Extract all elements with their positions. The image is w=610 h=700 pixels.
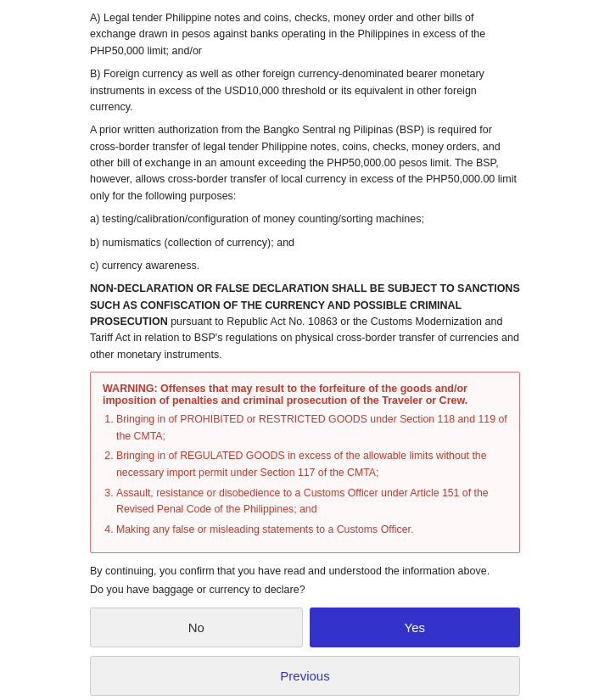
- question-text: Do you have baggage or currency to decla…: [90, 584, 520, 596]
- para-b: B) Foreign currency as well as other for…: [90, 66, 520, 115]
- previous-button[interactable]: Previous: [90, 656, 520, 696]
- warning-item-2: Bringing in of REGULATED GOODS in excess…: [116, 448, 507, 481]
- para-bsp: A prior written authorization from the B…: [90, 122, 520, 204]
- confirm-text: By continuing, you confirm that you have…: [90, 565, 520, 577]
- yes-button[interactable]: Yes: [310, 608, 521, 647]
- yes-no-row: No Yes: [90, 608, 520, 647]
- para-c-aware: c) currency awareness.: [90, 258, 520, 274]
- warning-title: WARNING: Offenses that may result to the…: [103, 383, 507, 406]
- warning-list: Bringing in of PROHIBITED or RESTRICTED …: [116, 412, 507, 539]
- warning-box: WARNING: Offenses that may result to the…: [90, 372, 520, 553]
- bold-warning-para: NON-DECLARATION OR FALSE DECLARATION SHA…: [90, 281, 520, 363]
- main-content: A) Legal tender Philippine notes and coi…: [0, 0, 610, 696]
- warning-item-1: Bringing in of PROHIBITED or RESTRICTED …: [116, 412, 507, 445]
- body-text-block: A) Legal tender Philippine notes and coi…: [90, 10, 520, 363]
- para-b-numis: b) numismatics (collection of currency);…: [90, 235, 520, 251]
- warning-item-3: Assault, resistance or disobedience to a…: [116, 485, 507, 518]
- no-button[interactable]: No: [90, 608, 303, 647]
- annotation-area: ✦✦✦ ☞ 申告する手荷物や通貨がある場合「Yes」 ない場合は「No」を選択し…: [0, 696, 610, 700]
- para-a: A) Legal tender Philippine notes and coi…: [90, 10, 520, 59]
- para-a-test: a) testing/calibration/configuration of …: [90, 211, 520, 227]
- warning-item-4: Making any false or misleading statement…: [116, 522, 507, 539]
